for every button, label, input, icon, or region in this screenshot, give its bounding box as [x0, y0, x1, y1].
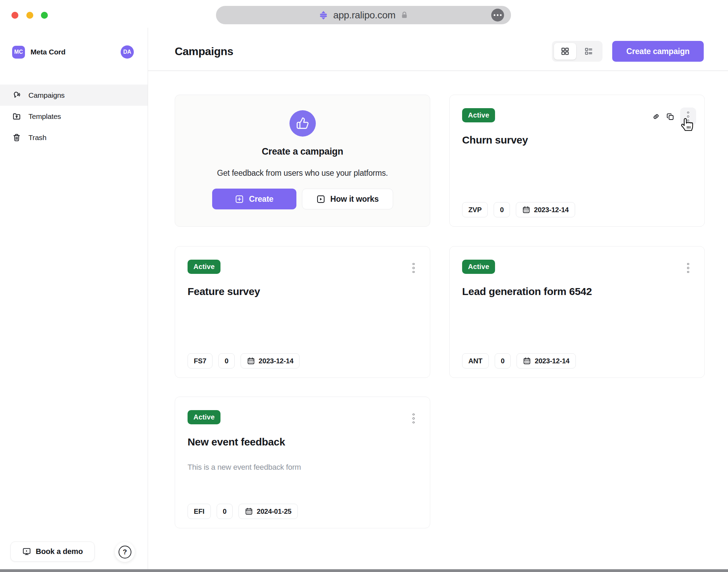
calendar-icon: [247, 357, 255, 365]
card-menu-button[interactable]: [406, 409, 422, 427]
calendar-icon: [523, 357, 531, 365]
templates-icon: [12, 112, 21, 121]
window-minimize-button[interactable]: [26, 12, 33, 19]
duplicate-button[interactable]: [666, 112, 675, 121]
horizontal-scrollbar[interactable]: [0, 569, 728, 572]
sidebar-item-campaigns[interactable]: Campaigns: [0, 85, 148, 106]
sidebar-nav: Campaigns Templates Trash: [0, 85, 148, 148]
card-actions: [652, 107, 696, 125]
sidebar-item-label: Campaigns: [28, 91, 64, 99]
create-campaign-button[interactable]: Create campaign: [612, 41, 704, 62]
link-icon: [652, 112, 660, 121]
page-title: Campaigns: [175, 45, 233, 58]
campaign-date: 2023-12-14: [259, 357, 293, 365]
sidebar-item-templates[interactable]: Templates: [0, 106, 148, 127]
campaigns-icon: [12, 91, 21, 100]
sidebar: MC Meta Cord DA Campaigns T: [0, 28, 148, 572]
grid-view-icon: [561, 47, 570, 56]
campaign-responses-pill: 0: [494, 202, 510, 217]
intro-card-title: Create a campaign: [175, 146, 430, 157]
campaign-date-pill: 2023-12-14: [516, 202, 575, 217]
list-view-button[interactable]: [578, 43, 600, 60]
card-menu-button[interactable]: [406, 259, 422, 277]
intro-card-subtitle: Get feedback from users who use your pla…: [175, 168, 430, 178]
campaign-date: 2023-12-14: [535, 357, 569, 365]
workspace-name: Meta Cord: [31, 48, 121, 56]
copy-icon: [666, 112, 675, 121]
plus-square-icon: [235, 194, 244, 204]
status-badge: Active: [462, 260, 495, 274]
trash-icon: [12, 133, 21, 142]
card-menu-button[interactable]: [680, 107, 696, 125]
site-favicon: [318, 10, 329, 20]
campaign-card[interactable]: Active Feature survey FS7 0 2023-12-14: [175, 246, 430, 378]
campaign-description: This is a new event feedback form: [188, 463, 301, 472]
workspace-logo: MC: [12, 46, 25, 59]
thumbs-up-icon: [296, 117, 309, 130]
user-avatar[interactable]: DA: [121, 45, 134, 59]
campaign-meta: EFI 0 2024-01-25: [188, 504, 298, 519]
campaign-date-pill: 2024-01-25: [239, 504, 297, 519]
create-button[interactable]: Create: [212, 189, 296, 209]
campaign-date: 2023-12-14: [534, 206, 569, 214]
campaign-responses-pill: 0: [495, 353, 511, 369]
header-divider: [148, 70, 728, 71]
question-mark-icon: ?: [119, 546, 131, 558]
calendar-icon: [245, 507, 253, 515]
create-campaign-card: Create a campaign Get feedback from user…: [175, 95, 430, 227]
book-demo-button[interactable]: Book a demo: [10, 541, 95, 562]
campaign-code-pill: EFI: [188, 504, 211, 519]
campaign-title: Churn survey: [462, 134, 528, 146]
sidebar-item-trash[interactable]: Trash: [0, 127, 148, 148]
campaign-card[interactable]: Active Lead generation form 6542 ANT 0 2…: [449, 246, 705, 378]
view-toggle: [552, 41, 603, 62]
address-bar[interactable]: app.ralipo.com: [216, 6, 511, 24]
play-square-icon: [316, 194, 326, 204]
demo-monitor-icon: [22, 547, 31, 556]
book-demo-label: Book a demo: [36, 547, 83, 556]
calendar-icon: [522, 206, 530, 214]
campaign-meta: FS7 0 2023-12-14: [188, 353, 300, 369]
workspace-row: MC Meta Cord DA: [12, 45, 134, 59]
campaign-meta: ZVP 0 2023-12-14: [462, 202, 575, 217]
window-zoom-button[interactable]: [41, 12, 48, 19]
campaign-title: Lead generation form 6542: [462, 285, 592, 298]
campaign-code-pill: FS7: [188, 353, 213, 369]
campaign-responses-pill: 0: [218, 353, 235, 369]
campaign-title: New event feedback: [188, 436, 285, 448]
campaign-code-pill: ANT: [462, 353, 489, 369]
campaign-card[interactable]: Active Churn survey ZVP 0: [449, 95, 705, 227]
status-badge: Active: [188, 260, 220, 274]
url-text: app.ralipo.com: [333, 10, 395, 21]
status-badge: Active: [188, 410, 220, 424]
lock-icon: [400, 11, 409, 19]
campaign-date: 2024-01-25: [257, 508, 291, 515]
status-badge: Active: [462, 108, 495, 122]
browser-more-button[interactable]: [491, 9, 504, 21]
campaign-date-pill: 2023-12-14: [241, 353, 300, 369]
create-button-label: Create: [249, 194, 273, 204]
app-window: app.ralipo.com MC Meta Cord DA Campaigns: [0, 0, 728, 572]
thumbs-up-badge: [289, 110, 316, 137]
copy-link-button[interactable]: [652, 112, 660, 121]
campaign-title: Feature survey: [188, 285, 260, 298]
campaign-card[interactable]: Active New event feedback This is a new …: [175, 397, 430, 528]
sidebar-item-label: Templates: [28, 112, 61, 121]
card-menu-button[interactable]: [680, 259, 696, 277]
list-view-icon: [584, 47, 593, 56]
how-it-works-button[interactable]: How it works: [302, 189, 393, 209]
help-button[interactable]: ?: [115, 542, 135, 562]
how-it-works-label: How it works: [330, 194, 379, 204]
campaign-date-pill: 2023-12-14: [517, 353, 575, 369]
intro-card-actions: Create How it works: [175, 189, 430, 209]
grid-view-button[interactable]: [554, 43, 576, 60]
campaign-code-pill: ZVP: [462, 202, 488, 217]
campaign-responses-pill: 0: [217, 504, 233, 519]
campaign-meta: ANT 0 2023-12-14: [462, 353, 576, 369]
sidebar-item-label: Trash: [28, 133, 46, 142]
window-close-button[interactable]: [11, 12, 18, 19]
